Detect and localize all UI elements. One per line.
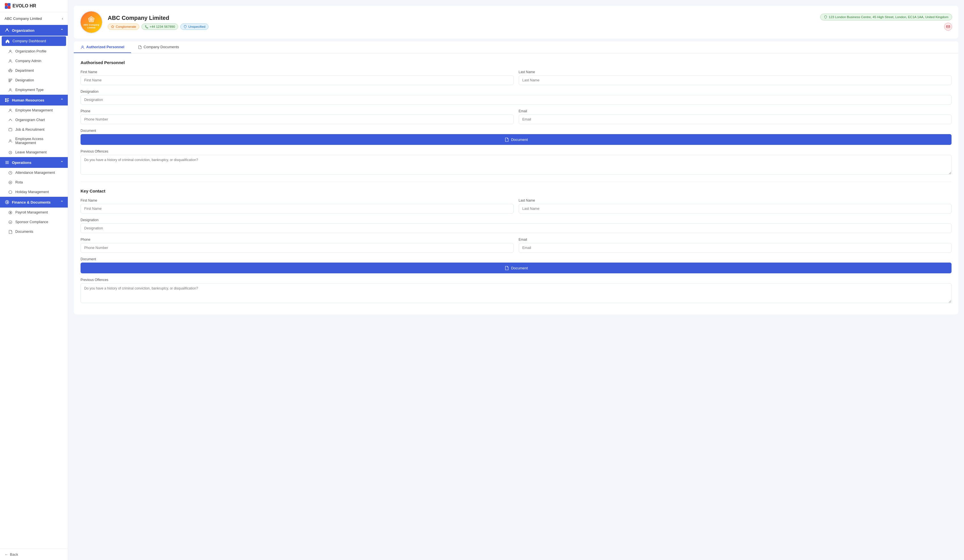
tabs-and-content: Authorized Personnel Company Documents A…: [74, 41, 958, 314]
finance-section-label: Finance & Documents: [12, 200, 51, 204]
sidebar-collapse-icon[interactable]: ‹: [62, 16, 63, 21]
ap-designation-label: Designation: [81, 90, 951, 94]
sidebar-item-designation[interactable]: Designation: [0, 75, 68, 85]
svg-rect-43: [946, 26, 950, 28]
sidebar-item-organization-profile[interactable]: Organization Profile: [0, 47, 68, 56]
svg-rect-16: [7, 98, 9, 99]
svg-point-35: [9, 190, 12, 194]
kc-offences-textarea[interactable]: [81, 283, 951, 303]
ap-offences-group: Previous Offences: [81, 150, 951, 175]
svg-rect-13: [9, 81, 10, 82]
company-avatar: ABC CompanyLimited: [80, 11, 103, 33]
sidebar-item-payroll-management[interactable]: Payroll Management: [0, 208, 68, 217]
sidebar-item-department-label: Department: [15, 68, 34, 73]
sidebar-item-documents-label: Documents: [15, 230, 33, 234]
sidebar-item-documents[interactable]: Documents: [0, 227, 68, 236]
kc-phone-input[interactable]: [81, 243, 514, 252]
svg-rect-2: [5, 6, 8, 9]
ap-email-input[interactable]: [519, 114, 952, 124]
back-label: Back: [10, 552, 18, 557]
svg-point-33: [9, 181, 12, 184]
ap-document-button[interactable]: Document: [81, 134, 951, 145]
ap-phone-input[interactable]: [81, 114, 514, 124]
sidebar-item-employee-access-management[interactable]: Employee Access Management: [0, 134, 68, 147]
kc-first-name-input[interactable]: [81, 204, 514, 213]
ap-first-name-label: First Name: [81, 70, 514, 74]
kc-last-name-label: Last Name: [519, 199, 952, 202]
profile-icon: [8, 49, 13, 54]
svg-point-34: [10, 182, 11, 183]
sidebar-item-employee-access-management-label: Employee Access Management: [15, 137, 63, 145]
company-header-right: 123 London Business Centre, 45 High Stre…: [820, 14, 952, 31]
svg-point-6: [10, 60, 11, 61]
ap-designation-row: Designation: [81, 90, 951, 105]
kc-first-name-group: First Name: [81, 199, 514, 213]
job-recruitment-icon: [8, 127, 13, 132]
sidebar-item-employee-management[interactable]: Employee Management: [0, 106, 68, 115]
authorized-personnel-tab-icon: [81, 45, 85, 49]
kc-designation-input[interactable]: [81, 223, 951, 233]
nav-section-hr-header[interactable]: Human Resources ⌃: [0, 95, 68, 106]
company-info: ABC Company Limited Conglomerate +44 123…: [108, 15, 815, 30]
app-name: EVOLO HR: [13, 3, 36, 8]
ap-first-name-group: First Name: [81, 70, 514, 85]
sidebar-item-company-admin[interactable]: Company Admin: [0, 56, 68, 66]
sidebar-item-job-recruitment[interactable]: Job & Recruitment: [0, 125, 68, 134]
svg-point-23: [10, 140, 11, 141]
kc-document-group: Document Document: [81, 257, 951, 273]
admin-icon: [8, 59, 13, 63]
kc-email-label: Email: [519, 238, 952, 242]
nav-section-ops-header[interactable]: Operations ⌃: [0, 157, 68, 168]
tab-authorized-personnel[interactable]: Authorized Personnel: [74, 41, 131, 53]
sidebar-item-holiday-management[interactable]: Holiday Management: [0, 187, 68, 197]
company-address-badge: 123 London Business Centre, 45 High Stre…: [820, 14, 952, 20]
ap-last-name-input[interactable]: [519, 75, 952, 85]
kc-document-button[interactable]: Document: [81, 262, 951, 273]
sidebar-item-employment-type[interactable]: Employment Type: [0, 85, 68, 95]
svg-point-21: [10, 109, 11, 110]
svg-rect-22: [9, 129, 12, 131]
ap-last-name-label: Last Name: [519, 70, 952, 74]
svg-rect-9: [11, 70, 12, 71]
nav-section-finance-header[interactable]: Finance & Documents ⌃: [0, 197, 68, 208]
ap-designation-input[interactable]: [81, 95, 951, 105]
ap-offences-textarea[interactable]: [81, 155, 951, 175]
sidebar-item-holiday-management-label: Holiday Management: [15, 190, 49, 194]
ap-phone-label: Phone: [81, 109, 514, 113]
nav-section-finance: Finance & Documents ⌃ Payroll Management…: [0, 197, 68, 236]
svg-rect-19: [7, 100, 9, 101]
ap-designation-group: Designation: [81, 90, 951, 105]
svg-rect-20: [7, 101, 8, 102]
tab-company-documents[interactable]: Company Documents: [131, 41, 186, 53]
evolo-logo-icon: [5, 3, 11, 9]
sidebar-item-company-dashboard[interactable]: Company Dashboard: [2, 36, 66, 46]
kc-phone-label: Phone: [81, 238, 514, 242]
sidebar-item-designation-label: Designation: [15, 78, 34, 82]
sidebar-item-employee-management-label: Employee Management: [15, 108, 53, 112]
authorized-personnel-title: Authorised Personnel: [81, 60, 951, 65]
company-email-badge[interactable]: [944, 23, 952, 31]
sidebar-item-organogram-chart[interactable]: Organogram Chart: [0, 115, 68, 125]
sidebar-back-button[interactable]: ← Back: [0, 549, 68, 560]
sidebar-item-rota[interactable]: Rota: [0, 177, 68, 187]
logo-mark: EVOLO HR: [5, 3, 36, 9]
kc-contact-row: Phone Email: [81, 238, 951, 252]
organogram-icon: [8, 118, 13, 122]
sidebar-item-leave-management[interactable]: Leave Management: [0, 147, 68, 157]
kc-last-name-input[interactable]: [519, 204, 952, 213]
svg-point-14: [10, 88, 11, 90]
svg-point-44: [82, 46, 83, 47]
sidebar-item-department[interactable]: Department: [0, 66, 68, 75]
designation-icon: [8, 78, 13, 83]
kc-email-input[interactable]: [519, 243, 952, 252]
nav-section-org-header[interactable]: Organization ⌃: [0, 25, 68, 36]
back-arrow-icon: ←: [5, 552, 8, 557]
company-documents-tab-icon: [138, 45, 142, 49]
nav-section-organization: Organization ⌃ Company Dashboard Organiz…: [0, 25, 68, 95]
kc-phone-group: Phone: [81, 238, 514, 252]
sidebar-item-sponsor-compliance[interactable]: Sponsor Compliance: [0, 217, 68, 227]
ap-first-name-input[interactable]: [81, 75, 514, 85]
svg-rect-15: [5, 98, 7, 100]
sidebar-item-attendance-management[interactable]: Attendance Management: [0, 168, 68, 177]
ap-last-name-group: Last Name: [519, 70, 952, 85]
